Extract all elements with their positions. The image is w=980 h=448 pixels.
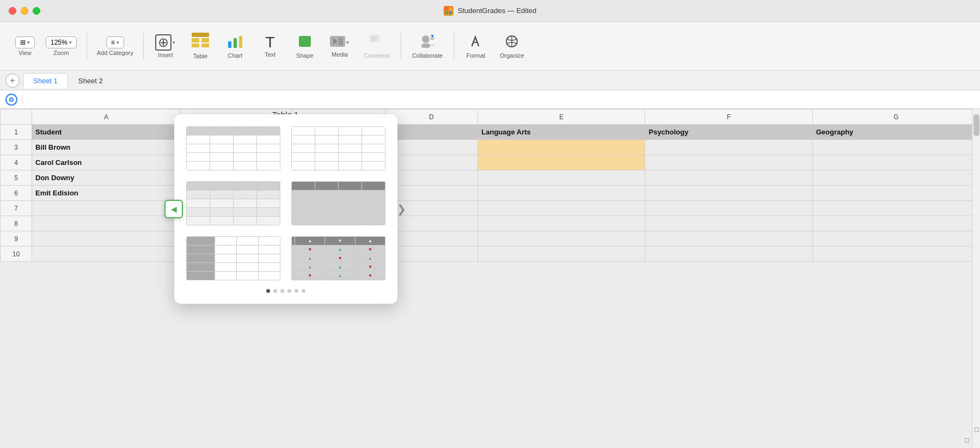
cell-d8[interactable] xyxy=(385,216,478,231)
col-header-a[interactable]: A xyxy=(32,109,181,125)
text-label: Text xyxy=(265,51,275,58)
cell-g7[interactable] xyxy=(812,201,979,216)
cell-e10[interactable] xyxy=(478,247,645,262)
picker-back-button[interactable]: ◀ xyxy=(164,200,183,218)
add-sheet-button[interactable]: + xyxy=(5,73,20,88)
shape-group[interactable]: Shape xyxy=(289,30,321,62)
dot-1[interactable] xyxy=(266,289,270,293)
cell-d10[interactable] xyxy=(385,247,478,262)
cell-e3[interactable] xyxy=(478,140,645,155)
cell-e8[interactable] xyxy=(478,216,645,231)
chart-group[interactable]: Chart xyxy=(219,30,252,62)
cell-g10[interactable] xyxy=(812,247,979,262)
cell-a3[interactable]: Bill Brown xyxy=(32,140,181,155)
dot-4[interactable] xyxy=(287,289,291,293)
view-button[interactable]: ⊞ ▾ xyxy=(15,36,35,48)
cell-g9[interactable] xyxy=(812,231,979,247)
cell-e9[interactable] xyxy=(478,231,645,247)
cell-f1[interactable]: Psychology xyxy=(645,125,812,140)
cell-f10[interactable] xyxy=(645,247,812,262)
cell-f9[interactable] xyxy=(645,231,812,247)
col-header-d[interactable]: D xyxy=(385,109,478,125)
dot-2[interactable] xyxy=(273,289,277,293)
cell-g3[interactable] xyxy=(812,140,979,155)
dot-6[interactable] xyxy=(302,289,305,293)
sheet-tab-2[interactable]: Sheet 2 xyxy=(68,73,113,88)
table-row: 3 Bill Brown C xyxy=(1,140,980,155)
zoom-label: Zoom xyxy=(53,50,69,56)
table-row: 1 Student Science Language Arts Psycholo… xyxy=(1,125,980,140)
row-num-9: 9 xyxy=(1,231,32,247)
fullscreen-button[interactable] xyxy=(33,7,40,15)
view-group[interactable]: ⊞ ▾ View xyxy=(11,34,39,58)
dot-3[interactable] xyxy=(280,289,284,293)
add-category-group[interactable]: ≡ ▾ Add Category xyxy=(93,34,138,58)
resize-handle-br[interactable] xyxy=(965,438,969,443)
cell-e5[interactable] xyxy=(478,170,645,186)
cell-g4[interactable] xyxy=(812,155,979,170)
table-row: 6 Emit Edision A xyxy=(1,186,980,201)
insert-label: Insert xyxy=(158,52,173,58)
comment-group[interactable]: Comment xyxy=(358,30,395,62)
cell-f3[interactable] xyxy=(645,140,812,155)
cell-f8[interactable] xyxy=(645,216,812,231)
picker-next-button[interactable]: ❯ xyxy=(397,202,406,216)
cell-d1[interactable] xyxy=(385,125,478,140)
cell-e7[interactable] xyxy=(478,201,645,216)
cell-f6[interactable] xyxy=(645,186,812,201)
close-button[interactable] xyxy=(9,7,16,15)
cell-a9[interactable] xyxy=(32,231,181,247)
cell-f5[interactable] xyxy=(645,170,812,186)
table-style-left-header[interactable] xyxy=(185,235,281,281)
scrollbar-thumb[interactable] xyxy=(973,114,979,136)
resize-handle-r[interactable] xyxy=(975,427,979,432)
cell-a7[interactable] xyxy=(32,201,181,216)
insert-group[interactable]: ⊕ ▾ Insert xyxy=(149,31,182,62)
zoom-button[interactable]: 125% ▾ xyxy=(46,36,77,48)
inner-circle xyxy=(9,97,14,102)
cell-a8[interactable] xyxy=(32,216,181,231)
cell-e1[interactable]: Language Arts xyxy=(478,125,645,140)
formula-input[interactable] xyxy=(27,95,975,103)
cell-f7[interactable] xyxy=(645,201,812,216)
format-group[interactable]: Format xyxy=(460,30,492,62)
cell-d3[interactable] xyxy=(385,140,478,155)
minimize-button[interactable] xyxy=(21,7,28,15)
dot-5[interactable] xyxy=(295,289,298,293)
table-style-arrows[interactable]: ▲ ▼ ▲ ▼ ▲ ▼ ▲ ▼ xyxy=(290,235,387,281)
cell-g1[interactable]: Geography xyxy=(812,125,979,140)
cell-e4[interactable] xyxy=(478,155,645,170)
cell-a1[interactable]: Student xyxy=(32,125,181,140)
col-header-g[interactable]: G xyxy=(812,109,979,125)
cell-e6[interactable] xyxy=(478,186,645,201)
cell-d6[interactable] xyxy=(385,186,478,201)
sheet-tab-1[interactable]: Sheet 1 xyxy=(23,73,68,88)
list-icon: ≡ xyxy=(111,39,115,46)
cell-d5[interactable] xyxy=(385,170,478,186)
cell-d4[interactable] xyxy=(385,155,478,170)
collaborate-group[interactable]: + Collaborate xyxy=(407,30,448,62)
table-group[interactable]: Table xyxy=(184,29,217,63)
table-style-plain[interactable] xyxy=(185,125,281,171)
table-style-dark-header[interactable] xyxy=(290,180,387,226)
cell-g5[interactable] xyxy=(812,170,979,186)
cell-a10[interactable] xyxy=(32,247,181,262)
cell-a4[interactable]: Carol Carlson xyxy=(32,155,181,170)
cell-g8[interactable] xyxy=(812,216,979,231)
col-header-e[interactable]: E xyxy=(478,109,645,125)
cell-a5[interactable]: Don Downy xyxy=(32,170,181,186)
vertical-scrollbar[interactable] xyxy=(972,109,980,448)
cell-f4[interactable] xyxy=(645,155,812,170)
col-header-f[interactable]: F xyxy=(645,109,812,125)
add-category-button[interactable]: ≡ ▾ xyxy=(106,36,124,48)
text-group[interactable]: T Text xyxy=(254,32,286,61)
zoom-group[interactable]: 125% ▾ Zoom xyxy=(41,34,81,58)
view-icon: ⊞ xyxy=(20,39,26,46)
table-style-header-gray[interactable] xyxy=(185,180,281,226)
media-group[interactable]: ▾ Media xyxy=(323,32,356,61)
table-style-noheader[interactable] xyxy=(290,125,387,171)
cell-a6[interactable]: Emit Edision xyxy=(32,186,181,201)
organize-group[interactable]: Organize xyxy=(494,30,530,62)
cell-d9[interactable] xyxy=(385,231,478,247)
cell-g6[interactable] xyxy=(812,186,979,201)
